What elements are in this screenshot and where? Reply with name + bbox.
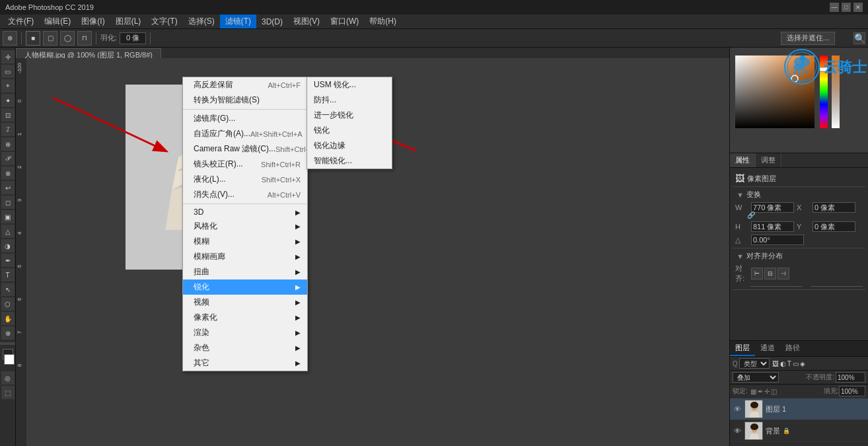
background-color[interactable]: [4, 354, 15, 365]
layers-tab-paths[interactable]: 路径: [780, 341, 805, 356]
sharpen-edge[interactable]: 锐化边缘: [307, 138, 392, 153]
menu-layer[interactable]: 图层(L): [110, 15, 147, 28]
shape-rect[interactable]: ■: [26, 31, 40, 46]
filter-item-qita[interactable]: 其它 ▶: [183, 355, 307, 371]
magic-wand-tool[interactable]: ✦: [1, 94, 15, 107]
y-value[interactable]: 0 像素: [813, 221, 855, 232]
filter-item-xiangsuhua[interactable]: 像素化 ▶: [183, 310, 307, 325]
shape-lasso[interactable]: ⊓: [77, 31, 92, 46]
filter-type-select[interactable]: 类型: [739, 358, 770, 369]
sharpen-fangdou[interactable]: 防抖...: [307, 93, 392, 108]
w-value[interactable]: 770 像素: [751, 202, 794, 213]
layers-tab-channels[interactable]: 通道: [755, 341, 780, 356]
filter-item-cameraraw[interactable]: Camera Raw 滤镜(C)... Shift+Ctrl+A: [183, 141, 307, 157]
shape-tool[interactable]: ⬡: [1, 297, 15, 311]
maximize-button[interactable]: □: [842, 3, 851, 12]
transform-title[interactable]: ▼ 变换: [733, 188, 865, 201]
filter-smart-icon[interactable]: ◈: [800, 360, 805, 367]
lock-checkered-icon[interactable]: ▦: [750, 388, 756, 395]
eye-icon-bg[interactable]: 👁: [733, 426, 742, 435]
close-button[interactable]: ✕: [853, 3, 863, 12]
align-right-btn[interactable]: ⊣: [778, 268, 789, 279]
select-tool[interactable]: ▭: [1, 65, 15, 78]
sharpen-basic[interactable]: 锐化: [307, 123, 392, 138]
fill-input[interactable]: [839, 386, 865, 396]
select-mask-button[interactable]: 选择并遮住...: [781, 32, 835, 45]
h-value[interactable]: 811 像素: [751, 221, 794, 232]
filter-item-3d[interactable]: 3D ▶: [183, 205, 307, 219]
layer-item-bg[interactable]: 👁 背景 🔒: [730, 420, 868, 442]
filter-item-lvjingku[interactable]: 滤镜库(G)...: [183, 111, 307, 126]
filter-item-mohugallery[interactable]: 模糊画廊 ▶: [183, 249, 307, 264]
filter-item-gaofan[interactable]: 高反差保留 Alt+Ctrl+F: [183, 77, 307, 93]
filter-item-xiaoshidian[interactable]: 消失点(V)... Alt+Ctrl+V: [183, 187, 307, 202]
menu-file[interactable]: 文件(F): [3, 15, 39, 28]
zoom-tool[interactable]: ⊕: [1, 326, 15, 340]
eyedropper-tool[interactable]: 𝓘: [1, 123, 15, 136]
opacity-input[interactable]: [836, 372, 865, 383]
lasso-tool[interactable]: ⌖: [1, 79, 15, 93]
lock-art-icon[interactable]: ◫: [771, 388, 777, 395]
lock-brush-icon[interactable]: ✒: [758, 388, 763, 395]
filter-item-shipin[interactable]: 视频 ▶: [183, 295, 307, 310]
menu-text[interactable]: 文字(T): [146, 15, 182, 28]
sharpen-usm[interactable]: USM 锐化...: [307, 77, 392, 93]
align-left-btn[interactable]: ⊢: [751, 268, 763, 279]
align-title[interactable]: ▼ 对齐并分布: [733, 250, 865, 262]
adjust-tab[interactable]: 调整: [756, 153, 781, 167]
menu-3d[interactable]: 3D(D): [256, 16, 288, 28]
eye-icon-1[interactable]: 👁: [733, 404, 742, 414]
filter-adj-icon[interactable]: ◐: [780, 360, 786, 367]
rot-value[interactable]: 0.00°: [751, 235, 804, 245]
search-icon[interactable]: 🔍: [853, 32, 865, 44]
path-select-tool[interactable]: ↖: [1, 283, 15, 296]
history-tool[interactable]: ↩: [1, 181, 15, 194]
brush-tool[interactable]: 𝒫: [1, 152, 15, 165]
menu-help[interactable]: 帮助(H): [364, 15, 402, 28]
gradient-tool[interactable]: ▣: [1, 210, 15, 223]
filter-item-niuqu[interactable]: 扭曲 ▶: [183, 264, 307, 279]
filter-shape-icon[interactable]: ▭: [793, 360, 799, 367]
screen-mode[interactable]: ⬚: [1, 386, 15, 399]
move-tool[interactable]: ✛: [1, 50, 15, 63]
hand-tool[interactable]: ✋: [1, 312, 15, 325]
layers-tab-layers[interactable]: 图层: [730, 341, 755, 356]
filter-pixel-icon[interactable]: 🖼: [772, 360, 779, 367]
menu-image[interactable]: 图像(I): [76, 15, 110, 28]
blur-tool[interactable]: △: [1, 225, 15, 238]
menu-edit[interactable]: 编辑(E): [39, 15, 76, 28]
lock-position-icon[interactable]: ✛: [764, 388, 770, 395]
menu-view[interactable]: 视图(V): [288, 15, 325, 28]
eraser-tool[interactable]: ◻: [1, 196, 15, 209]
filter-item-jingtou[interactable]: 镜头校正(R)... Shift+Ctrl+R: [183, 157, 307, 172]
align-center-btn[interactable]: ⊟: [764, 268, 776, 279]
shape-ellipse[interactable]: ◯: [60, 31, 75, 46]
filter-item-ruihua[interactable]: 锐化 ▶: [183, 279, 307, 295]
sharpen-smart[interactable]: 智能锐化...: [307, 153, 392, 168]
type-tool[interactable]: T: [1, 268, 15, 281]
sharpen-further[interactable]: 进一步锐化: [307, 108, 392, 123]
crop-tool[interactable]: ⊡: [1, 108, 15, 122]
tool-icon-1[interactable]: ⊕: [3, 31, 17, 46]
filter-item-zhuanhuan[interactable]: 转换为智能滤镜(S): [183, 93, 307, 108]
properties-tab[interactable]: 属性: [730, 153, 756, 167]
menu-filter[interactable]: 滤镜(T): [220, 15, 256, 28]
filter-item-zase[interactable]: 杂色 ▶: [183, 340, 307, 355]
quick-mask-tool[interactable]: ◎: [1, 371, 15, 385]
menu-select[interactable]: 选择(S): [183, 15, 220, 28]
layer-item-1[interactable]: 👁 图层 1: [730, 398, 868, 420]
filter-text-icon[interactable]: T: [787, 360, 791, 367]
clone-tool[interactable]: ⊗: [1, 167, 15, 180]
filter-item-mohu[interactable]: 模糊 ▶: [183, 234, 307, 249]
minimize-button[interactable]: —: [830, 3, 839, 12]
filter-item-xuanran[interactable]: 渲染 ▶: [183, 325, 307, 340]
blend-mode-select[interactable]: 叠加: [733, 372, 779, 383]
heal-tool[interactable]: ⊕: [1, 137, 15, 151]
filter-item-yehua[interactable]: 液化(L)... Shift+Ctrl+X: [183, 172, 307, 187]
x-value[interactable]: 0 像素: [813, 202, 855, 213]
menu-window[interactable]: 窗口(W): [325, 15, 364, 28]
shape-rounded[interactable]: ▢: [43, 31, 57, 46]
dodge-tool[interactable]: ◑: [1, 239, 15, 252]
filter-item-fenggehua[interactable]: 风格化 ▶: [183, 219, 307, 234]
feather-input[interactable]: [120, 32, 146, 44]
